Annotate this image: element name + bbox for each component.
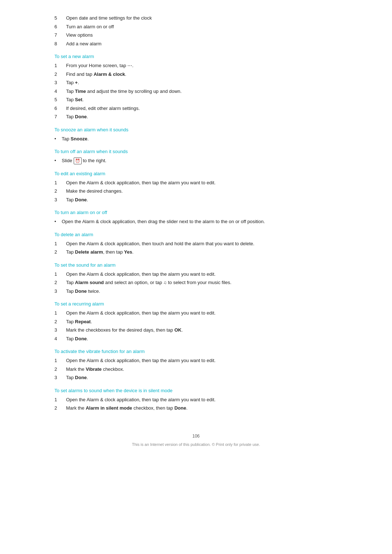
list-text: View options	[66, 32, 93, 39]
list-number: 3	[54, 196, 66, 204]
alarm-icon: ⏰	[74, 157, 82, 164]
list-item: 2 Mark the Vibrate checkbox.	[54, 366, 338, 373]
list-item: 3 Tap Done.	[54, 196, 338, 204]
list-item: 8 Add a new alarm	[54, 40, 338, 48]
list-item: 1 Open the Alarm & clock application, th…	[54, 179, 338, 186]
list-number: 3	[54, 79, 66, 86]
section-title: To set a new alarm	[54, 54, 338, 59]
list-item: 2 Make the desired changes.	[54, 188, 338, 195]
list-item: 1 From your Home screen, tap ⋯.	[54, 62, 338, 69]
list-text: Tap Done.	[66, 374, 88, 381]
section-turn-off-alarm: To turn off an alarm when it sounds • Sl…	[54, 149, 338, 164]
list-text: If desired, edit other alarm settings.	[66, 105, 140, 112]
list-text: Open date and time settings for the cloc…	[66, 15, 152, 22]
list-number: 1	[54, 271, 66, 278]
list-item: • Open the Alarm & clock application, th…	[54, 218, 338, 225]
list-item: 3 Tap +.	[54, 79, 338, 86]
list-number: 4	[54, 335, 66, 342]
list-item: 4 Tap Time and adjust the time by scroll…	[54, 88, 338, 95]
list-number: 6	[54, 23, 66, 30]
list-item: 1 Open the Alarm & clock application, th…	[54, 357, 338, 364]
list-text: Tap Set.	[66, 96, 83, 103]
list-number: 1	[54, 62, 66, 69]
list-number: 7	[54, 32, 66, 39]
list-text: Make the desired changes.	[66, 188, 123, 195]
list-text: Open the Alarm & clock application, then…	[66, 309, 216, 317]
list-item: 3 Tap Done twice.	[54, 288, 338, 295]
music-icon: ♫	[163, 279, 167, 286]
list-item: 1 Open the Alarm & clock application, th…	[54, 396, 338, 403]
list-number: 5	[54, 96, 66, 103]
section-turn-on-off-alarm: To turn an alarm on or off • Open the Al…	[54, 210, 338, 225]
list-text: Open the Alarm & clock application, then…	[66, 396, 216, 403]
list-number: 8	[54, 40, 66, 48]
turn-off-steps: • Slide ⏰ to the right.	[54, 157, 338, 164]
list-text: Open the Alarm & clock application, then…	[66, 357, 216, 364]
page-content: 5 Open date and time settings for the cl…	[54, 0, 338, 476]
list-text: Tap Repeat.	[66, 318, 92, 325]
list-text: Mark the Alarm in silent mode checkbox, …	[66, 405, 188, 412]
list-text: Tap Done twice.	[66, 288, 100, 295]
section-delete-alarm: To delete an alarm 1 Open the Alarm & cl…	[54, 232, 338, 256]
vibrate-alarm-steps: 1 Open the Alarm & clock application, th…	[54, 357, 338, 381]
list-text: Find and tap Alarm & clock.	[66, 71, 126, 78]
section-recurring-alarm: To set a recurring alarm 1 Open the Alar…	[54, 301, 338, 342]
list-text: Open the Alarm & clock application, then…	[62, 218, 265, 225]
list-text: Turn an alarm on or off	[66, 23, 114, 30]
snooze-steps: • Tap Snooze.	[54, 135, 338, 143]
bullet-point: •	[54, 157, 62, 164]
bullet-point: •	[54, 218, 62, 225]
delete-alarm-steps: 1 Open the Alarm & clock application, th…	[54, 240, 338, 256]
section-title: To set a recurring alarm	[54, 301, 338, 307]
list-number: 3	[54, 374, 66, 381]
list-number: 2	[54, 405, 66, 412]
silent-mode-steps: 1 Open the Alarm & clock application, th…	[54, 396, 338, 412]
section-vibrate-alarm: To activate the vibrate function for an …	[54, 349, 338, 381]
list-number: 1	[54, 179, 66, 186]
page-footer: 106	[54, 434, 338, 439]
section-title: To turn off an alarm when it sounds	[54, 149, 338, 154]
list-item: 2 Tap Delete alarm, then tap Yes.	[54, 249, 338, 256]
list-text: Tap Snooze.	[62, 135, 89, 143]
recurring-alarm-steps: 1 Open the Alarm & clock application, th…	[54, 309, 338, 342]
list-item: 6 If desired, edit other alarm settings.	[54, 105, 338, 112]
list-item: 2 Find and tap Alarm & clock.	[54, 71, 338, 78]
list-item: 7 View options	[54, 32, 338, 39]
list-item: 3 Tap Done.	[54, 374, 338, 381]
list-text: Tap +.	[66, 79, 79, 86]
list-number: 1	[54, 240, 66, 247]
list-item: 5 Open date and time settings for the cl…	[54, 15, 338, 22]
edit-alarm-steps: 1 Open the Alarm & clock application, th…	[54, 179, 338, 204]
section-set-sound: To set the sound for an alarm 1 Open the…	[54, 262, 338, 295]
list-number: 2	[54, 71, 66, 78]
page-number: 106	[192, 434, 200, 439]
list-text: Mark the checkboxes for the desired days…	[66, 327, 183, 334]
top-numbered-list: 5 Open date and time settings for the cl…	[54, 15, 338, 47]
list-text: Open the Alarm & clock application, then…	[66, 271, 216, 278]
list-number: 2	[54, 188, 66, 195]
section-set-new-alarm: To set a new alarm 1 From your Home scre…	[54, 54, 338, 120]
list-number: 5	[54, 15, 66, 22]
list-item: 1 Open the Alarm & clock application, th…	[54, 309, 338, 317]
section-title: To set the sound for an alarm	[54, 262, 338, 268]
turn-on-off-steps: • Open the Alarm & clock application, th…	[54, 218, 338, 225]
list-item: 1 Open the Alarm & clock application, th…	[54, 271, 338, 278]
list-text: From your Home screen, tap ⋯.	[66, 62, 134, 69]
section-title: To activate the vibrate function for an …	[54, 349, 338, 354]
bullet-point: •	[54, 135, 62, 143]
list-text: Tap Done.	[66, 196, 88, 204]
list-text: Tap Alarm sound and select an option, or…	[66, 279, 232, 286]
list-number: 2	[54, 318, 66, 325]
section-snooze-alarm: To snooze an alarm when it sounds • Tap …	[54, 127, 338, 143]
list-item: 7 Tap Done.	[54, 113, 338, 120]
set-alarm-steps: 1 From your Home screen, tap ⋯. 2 Find a…	[54, 62, 338, 120]
list-item: 4 Tap Done.	[54, 335, 338, 342]
list-item: 1 Open the Alarm & clock application, th…	[54, 240, 338, 247]
section-silent-mode-alarm: To set alarms to sound when the device i…	[54, 388, 338, 412]
list-number: 2	[54, 249, 66, 256]
list-text: Tap Delete alarm, then tap Yes.	[66, 249, 134, 256]
list-item: 2 Tap Repeat.	[54, 318, 338, 325]
list-text: Tap Done.	[66, 113, 88, 120]
list-text: Slide ⏰ to the right.	[62, 157, 106, 164]
list-number: 2	[54, 366, 66, 373]
